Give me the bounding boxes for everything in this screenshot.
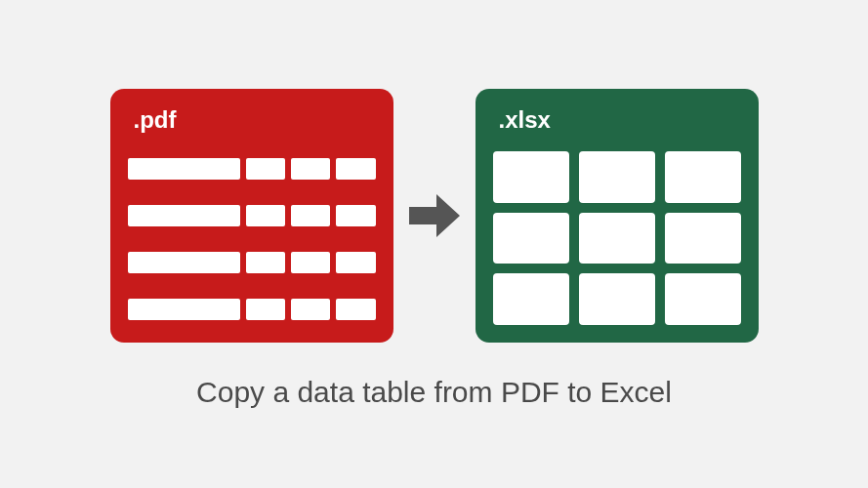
xlsx-file-card: .xlsx xyxy=(475,89,759,343)
table-cell xyxy=(336,299,375,320)
table-row xyxy=(128,158,376,180)
xlsx-extension-label: .xlsx xyxy=(475,101,759,145)
table-row xyxy=(128,299,376,320)
table-cell xyxy=(579,151,655,203)
pdf-table-illustration xyxy=(110,145,393,343)
xlsx-table-illustration xyxy=(475,145,759,343)
pdf-extension-label: .pdf xyxy=(110,101,393,145)
table-cell xyxy=(665,213,741,264)
table-cell xyxy=(128,205,240,226)
table-cell xyxy=(291,299,330,320)
table-cell xyxy=(336,158,375,180)
table-cell xyxy=(579,273,655,325)
table-cell xyxy=(336,252,375,273)
table-cell xyxy=(246,252,285,273)
table-cell xyxy=(128,299,240,320)
conversion-diagram: .pdf xyxy=(110,89,759,343)
table-row xyxy=(128,252,376,273)
table-cell xyxy=(493,273,569,325)
table-cell xyxy=(665,273,741,325)
table-cell xyxy=(128,158,240,180)
pdf-file-card: .pdf xyxy=(110,89,393,343)
table-cell xyxy=(246,205,285,226)
table-cell xyxy=(291,252,330,273)
table-row xyxy=(128,205,376,226)
table-cell xyxy=(128,252,240,273)
table-cell xyxy=(493,151,569,203)
table-cell xyxy=(291,205,330,226)
table-cell xyxy=(246,158,285,180)
table-cell xyxy=(665,151,741,203)
table-cell xyxy=(336,205,375,226)
diagram-caption: Copy a data table from PDF to Excel xyxy=(196,376,672,409)
table-cell xyxy=(493,213,569,264)
table-cell xyxy=(579,213,655,264)
arrow-right-icon xyxy=(407,190,462,241)
table-cell xyxy=(291,158,330,180)
table-cell xyxy=(246,299,285,320)
